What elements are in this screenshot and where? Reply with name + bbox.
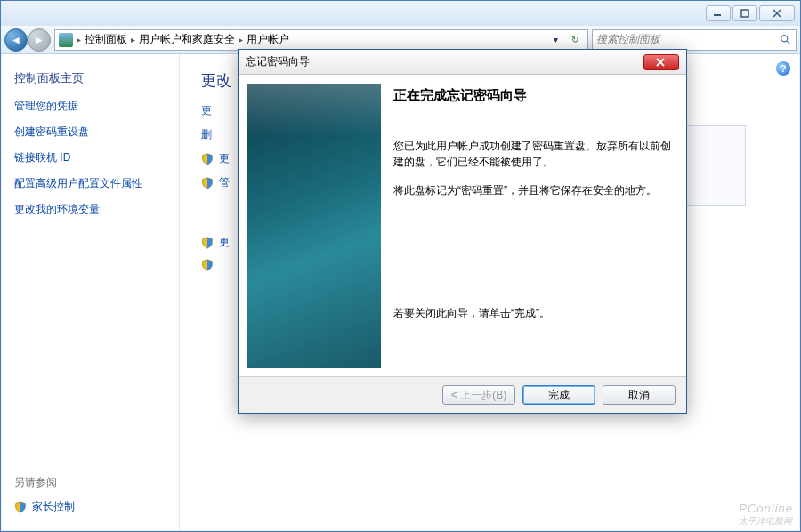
watermark: PConline 太平洋电脑网 [739,502,793,528]
address-bar[interactable]: ▸ 控制面板 ▸ 用户帐户和家庭安全 ▸ 用户帐户 ▾ ↻ [54,29,588,51]
svg-rect-1 [741,10,748,17]
shield-icon [201,153,214,165]
refresh-icon[interactable]: ↻ [566,31,584,49]
control-panel-icon [59,33,73,47]
wizard-title-text: 忘记密码向导 [246,54,310,69]
sidebar-title: 控制面板主页 [14,70,166,86]
finish-button[interactable]: 完成 [522,385,595,405]
wizard-text-pane: 正在完成忘记密码向导 您已为此用户帐户成功创建了密码重置盘。放弃所有以前创建的盘… [393,84,677,366]
svg-line-5 [787,40,790,44]
sidebar-link-parental[interactable]: 家长控制 [32,499,75,514]
explorer-window: ◄ ► ▸ 控制面板 ▸ 用户帐户和家庭安全 ▸ 用户帐户 ▾ ↻ 搜索控制面板… [0,0,801,532]
sidebar-link-credentials[interactable]: 管理您的凭据 [14,99,166,114]
breadcrumb-item[interactable]: 用户帐户 [247,32,289,47]
svg-point-4 [781,35,788,41]
wizard-titlebar: 忘记密码向导 [239,50,686,75]
cancel-button[interactable]: 取消 [603,385,676,405]
wizard-paragraph: 您已为此用户帐户成功创建了密码重置盘。放弃所有以前创建的盘，它们已经不能被使用了… [393,138,677,170]
close-button[interactable] [759,5,795,21]
shield-icon [201,177,214,189]
sidebar: 控制面板主页 管理您的凭据 创建密码重设盘 链接联机 ID 配置高级用户配置文件… [2,54,180,530]
wizard-paragraph: 若要关闭此向导，请单击“完成”。 [393,305,677,321]
nav-forward-button[interactable]: ► [28,28,51,52]
shield-icon [14,501,27,513]
sidebar-link-reset-disk[interactable]: 创建密码重设盘 [14,125,166,140]
back-button: < 上一步(B) [442,385,515,405]
chevron-right-icon: ▸ [239,35,243,44]
help-icon[interactable]: ? [776,61,790,76]
chevron-right-icon: ▸ [131,35,135,44]
wizard-footer: < 上一步(B) 完成 取消 [239,377,686,413]
wizard-heading: 正在完成忘记密码向导 [393,87,677,104]
wizard-banner-image [247,84,381,368]
wizard-body: 正在完成忘记密码向导 您已为此用户帐户成功创建了密码重置盘。放弃所有以前创建的盘… [239,75,686,377]
chevron-right-icon: ▸ [77,35,81,44]
wizard-close-button[interactable] [643,54,679,70]
search-input[interactable]: 搜索控制面板 [592,29,797,51]
svg-rect-0 [714,14,721,16]
see-also-label: 另请参阅 [14,475,166,490]
search-icon [780,34,792,46]
sidebar-link-profiles[interactable]: 配置高级用户配置文件属性 [14,176,166,191]
breadcrumb-item[interactable]: 用户帐户和家庭安全 [139,32,235,47]
maximize-button[interactable] [732,5,757,21]
shield-icon [201,259,214,271]
breadcrumb-item[interactable]: 控制面板 [85,32,127,47]
search-placeholder: 搜索控制面板 [596,32,660,47]
wizard-paragraph: 将此盘标记为“密码重置”，并且将它保存在安全的地方。 [393,182,677,198]
close-icon [656,58,667,67]
history-dropdown-icon[interactable]: ▾ [546,31,564,49]
wizard-dialog: 忘记密码向导 正在完成忘记密码向导 您已为此用户帐户成功创建了密码重置盘。放弃所… [238,49,687,414]
minimize-button[interactable] [706,5,731,21]
shield-icon [201,237,214,249]
nav-back-button[interactable]: ◄ [4,28,28,52]
sidebar-link-online-id[interactable]: 链接联机 ID [14,150,166,165]
sidebar-link-env-vars[interactable]: 更改我的环境变量 [14,202,166,217]
window-titlebar [1,1,800,26]
